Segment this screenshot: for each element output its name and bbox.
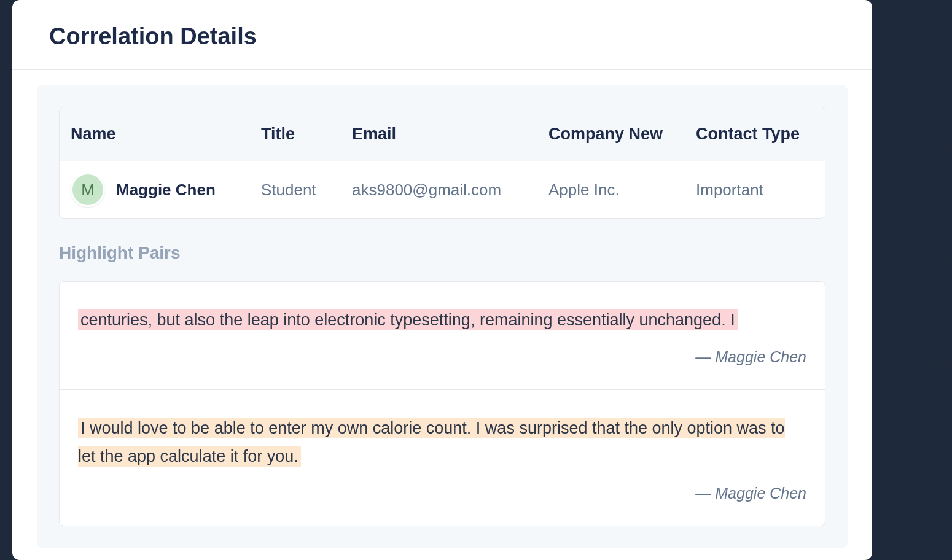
background-text-fragment: t o <box>934 329 952 358</box>
highlight-author: — Maggie Chen <box>78 348 806 366</box>
column-header-contact-type: Contact Type <box>696 125 814 144</box>
highlighted-span: centuries, but also the leap into electr… <box>78 309 738 330</box>
highlight-pairs-card: centuries, but also the leap into electr… <box>59 281 825 526</box>
background-text-fragment: a <box>943 244 952 273</box>
modal-body: Name Title Email Company New Contact Typ… <box>12 70 872 560</box>
cell-title: Student <box>261 181 352 200</box>
column-header-email: Email <box>352 125 548 144</box>
background-text-fragment: gh <box>934 349 952 378</box>
column-header-name: Name <box>71 125 261 144</box>
cell-contact-type: Important <box>696 181 814 200</box>
cell-email: aks9800@gmail.com <box>352 181 548 200</box>
highlighted-span: I would love to be able to enter my own … <box>78 418 785 467</box>
table-header-row: Name Title Email Company New Contact Typ… <box>60 107 825 161</box>
contact-name: Maggie Chen <box>116 181 216 200</box>
contact-table: Name Title Email Company New Contact Typ… <box>59 107 825 219</box>
correlation-details-modal: Correlation Details Name Title Email Com… <box>12 0 872 560</box>
modal-title: Correlation Details <box>49 23 835 50</box>
highlight-text: centuries, but also the leap into electr… <box>78 306 806 335</box>
column-header-company: Company New <box>548 125 696 144</box>
highlight-pair-item: centuries, but also the leap into electr… <box>60 282 825 390</box>
highlight-pair-item: I would love to be able to enter my own … <box>60 390 825 526</box>
column-header-title: Title <box>261 125 352 144</box>
avatar: M <box>71 173 105 207</box>
highlight-pairs-title: Highlight Pairs <box>59 243 825 263</box>
highlight-author: — Maggie Chen <box>78 484 806 502</box>
modal-header: Correlation Details <box>12 0 872 70</box>
cell-company: Apple Inc. <box>548 181 696 200</box>
cell-name: M Maggie Chen <box>71 173 261 207</box>
inner-panel: Name Title Email Company New Contact Typ… <box>37 85 848 548</box>
background-text-fragment: so <box>935 133 952 161</box>
highlight-text: I would love to be able to enter my own … <box>78 414 806 471</box>
table-row[interactable]: M Maggie Chen Student aks9800@gmail.com … <box>60 161 825 218</box>
